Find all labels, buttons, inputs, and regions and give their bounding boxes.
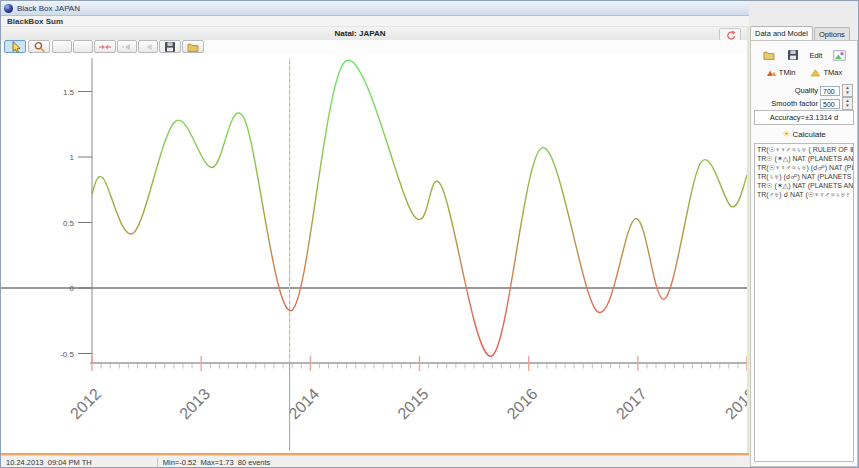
quality-label: Quality [795,86,818,95]
smooth-factor-input[interactable]: 500 [820,99,840,109]
open-button[interactable] [182,40,204,53]
menu-blackbox-sum[interactable]: BlackBox Sum [4,17,66,26]
status-stats: Min=-0.52 Max=1.73 80 events [158,458,276,467]
status-datetime: 10.24.2013 09:04 PM TH [1,458,97,467]
application-window: Black Box JAPAN × BlackBox Sum Natal: JA… [0,0,859,468]
panel-tabs: Data and Model Options [750,25,851,40]
empty-tool-button-1[interactable] [52,40,72,53]
smooth-factor-spinner[interactable]: ▲▼ [842,97,853,110]
y-tick-label: 1.5 [63,88,75,97]
refresh-icon [724,30,736,40]
empty-tool-button-2[interactable] [73,40,93,53]
arrow-left-icon [142,41,154,53]
inward-arrows-icon [98,41,112,53]
aspects-list[interactable]: TR(☉♆♀♂♃♄♅ ( RULER OF Ⅱ )TR☉ (✶△) NAT (P… [754,143,854,462]
y-tick-label: -0.5 [60,350,74,359]
signal-curve [92,60,747,356]
status-bar: 10.24.2013 09:04 PM TH Min=-0.52 Max=1.7… [1,455,749,468]
app-icon [4,4,13,13]
x-year-label: 2017 [613,385,650,422]
quality-input[interactable]: 700 [820,86,840,96]
back-button[interactable] [117,40,137,53]
save-button[interactable] [159,40,181,53]
picture-icon[interactable] [833,50,846,61]
chart-title: Natal: JAPAN [1,29,719,38]
astro-list-item[interactable]: TR☉ (✶△) NAT (PLANETS AND [757,181,853,190]
tmin-button[interactable]: TMin [766,68,796,77]
x-year-label: 2012 [67,385,104,422]
tmax-button[interactable]: TMax [810,68,842,77]
chart-canvas[interactable]: 1.510.50-0.52012201320142015201620172018 [1,53,749,453]
side-panel: Data and Model Options Edit [749,1,859,468]
cursor-icon [9,41,22,53]
tab-data-and-model[interactable]: Data and Model [750,26,813,40]
panel-body: Edit TMin [750,40,858,467]
y-tick-label: 1 [70,153,75,162]
astro-list-item[interactable]: TR(☉♆♀♂♃♄♅) (☌☍) NAT (PL [757,163,853,172]
toolbar [1,40,749,54]
astro-list-item[interactable]: TR☉ (✶△) NAT (PLANETS AND [757,154,853,163]
x-year-label: 2018 [722,385,749,422]
save-icon[interactable] [787,49,799,61]
arrow-left-icon [121,41,133,53]
x-year-label: 2016 [504,385,541,422]
select-tool-button[interactable] [4,40,26,53]
edit-button[interactable]: Edit [809,51,822,60]
accuracy-readout: Accuracy=±3.1314 d [754,110,854,125]
y-tick-label: 0.5 [63,219,75,228]
zoom-tool-button[interactable] [28,40,50,53]
smooth-factor-label: Smooth factor [771,99,818,108]
astro-list-item[interactable]: TR(♂♅) ☌ NAT (☉♆♀♂♃♄♅♇ [757,190,853,199]
astro-list-item[interactable]: TR(♄♅) (☌☍) NAT (PLANETS A [757,172,853,181]
tab-options[interactable]: Options [814,27,850,40]
forward-button[interactable] [138,40,158,53]
x-year-label: 2015 [394,385,431,422]
floppy-disk-icon [164,41,176,53]
sun-icon: ☀ [782,129,790,139]
magnifier-icon [33,41,46,53]
folder-icon [186,41,200,53]
x-year-label: 2013 [176,385,213,422]
x-year-label: 2014 [285,385,322,422]
link-tool-button[interactable] [94,40,116,53]
menu-bar: BlackBox Sum [1,16,858,27]
calculate-button[interactable]: ☀ Calculate [751,129,857,139]
window-title: Black Box JAPAN [17,4,80,13]
astro-list-item[interactable]: TR(☉♆♀♂♃♄♅ ( RULER OF Ⅱ ) [757,145,853,154]
tmax-icon [810,68,821,77]
y-tick-label: 0 [70,284,75,293]
open-folder-icon[interactable] [762,49,776,61]
quality-spinner[interactable]: ▲▼ [842,84,853,97]
title-bar: Black Box JAPAN × [1,1,858,16]
tmin-icon [766,68,777,77]
chart-header: Natal: JAPAN [1,27,749,41]
